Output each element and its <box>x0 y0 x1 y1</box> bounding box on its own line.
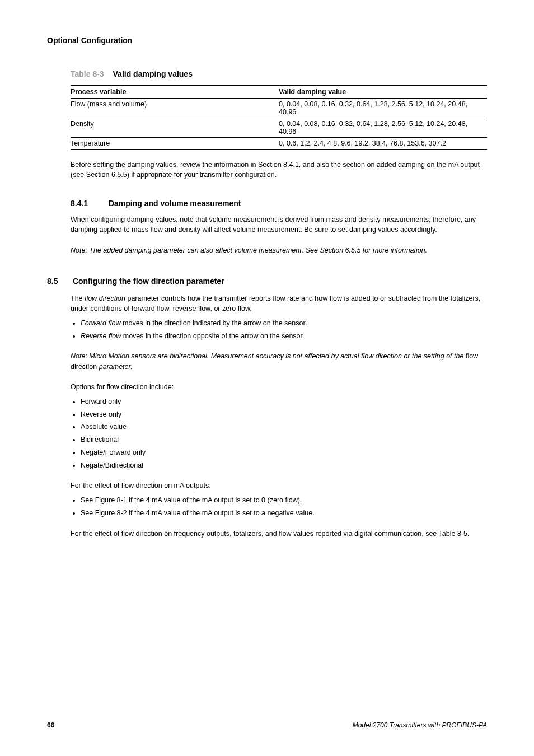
subsection-title: Damping and volume measurement <box>109 199 241 208</box>
list-item: See Figure 8-1 if the 4 mA value of the … <box>81 495 487 506</box>
t-i: flow direction <box>85 295 125 302</box>
list-item: See Figure 8-2 if the 4 mA value of the … <box>81 508 487 519</box>
list-item: Forward flow moves in the direction indi… <box>81 318 487 329</box>
subsection-heading: 8.4.1 Damping and volume measurement <box>71 199 487 208</box>
table-row: Flow (mass and volume) 0, 0.04, 0.08, 0.… <box>71 99 487 118</box>
col-valid-damping: Valid damping value <box>279 86 487 99</box>
table-row: Density 0, 0.04, 0.08, 0.16, 0.32, 0.64,… <box>71 118 487 138</box>
table-title: Valid damping values <box>113 69 193 78</box>
list-item: Reverse flow moves in the direction oppo… <box>81 331 487 342</box>
val-cell: 0, 0.04, 0.08, 0.16, 0.32, 0.64, 1.28, 2… <box>279 118 487 138</box>
note-paragraph: Note: The added damping parameter can al… <box>71 245 487 255</box>
list-item: Negate/Forward only <box>81 447 487 458</box>
page-footer: 66 Model 2700 Transmitters with PROFIBUS… <box>47 721 487 729</box>
damping-table: Process variable Valid damping value Flo… <box>71 85 487 150</box>
note-b: for more information. <box>360 246 427 254</box>
effects-list: See Figure 8-1 if the 4 mA value of the … <box>81 495 487 519</box>
paragraph: When configuring damping values, note th… <box>71 214 487 235</box>
list-item: Reverse only <box>81 409 487 420</box>
section-heading: 8.5 Configuring the flow direction param… <box>47 277 487 286</box>
li-rest: moves in the direction opposite of the a… <box>121 332 304 340</box>
val-cell: 0, 0.6, 1.2, 2.4, 4.8, 9.6, 19.2, 38.4, … <box>279 138 487 150</box>
t-b: parameter controls how the transmitter r… <box>71 295 480 312</box>
running-header: Optional Configuration <box>47 36 487 45</box>
an-b: parameter. <box>97 363 132 371</box>
li-term: Reverse flow <box>81 332 121 340</box>
col-process-variable: Process variable <box>71 86 279 99</box>
li-rest: moves in the direction indicated by the … <box>121 319 307 327</box>
list-item: Absolute value <box>81 422 487 432</box>
note-a: Note: The added damping parameter can al… <box>71 246 320 254</box>
section-title: Configuring the flow direction parameter <box>73 277 224 286</box>
options-list: Forward only Reverse only Absolute value… <box>81 396 487 471</box>
list-item: Forward only <box>81 396 487 407</box>
pv-cell: Flow (mass and volume) <box>71 99 279 118</box>
table-note: Before setting the damping values, revie… <box>71 160 487 180</box>
pv-cell: Temperature <box>71 138 279 150</box>
closing-paragraph: For the effect of flow direction on freq… <box>71 529 487 539</box>
subsection-number: 8.4.1 <box>71 199 106 208</box>
options-intro: Options for flow direction include: <box>71 382 487 392</box>
table-label: Table 8-3 <box>71 69 104 78</box>
list-item: Bidirectional <box>81 435 487 445</box>
list-item: Negate/Bidirectional <box>81 460 487 471</box>
paragraph: The flow direction parameter controls ho… <box>71 293 487 314</box>
table-row: Temperature 0, 0.6, 1.2, 2.4, 4.8, 9.6, … <box>71 138 487 150</box>
t-a: The <box>71 295 85 302</box>
doc-title: Model 2700 Transmitters with PROFIBUS-PA <box>353 721 487 729</box>
effects-intro: For the effect of flow direction on mA o… <box>71 480 487 491</box>
val-cell: 0, 0.04, 0.08, 0.16, 0.32, 0.64, 1.28, 2… <box>279 99 487 118</box>
page-number: 66 <box>47 721 54 729</box>
note-link: Section 6.5.5 <box>320 246 360 254</box>
arrow-note: Note: Micro Motion sensors are bidirecti… <box>71 351 487 371</box>
li-term: Forward flow <box>81 319 121 327</box>
flow-dir-list: Forward flow moves in the direction indi… <box>81 318 487 342</box>
pv-cell: Density <box>71 118 279 138</box>
section-number: 8.5 <box>47 277 71 286</box>
an-a: Note: Micro Motion sensors are bidirecti… <box>71 352 466 360</box>
table-caption: Table 8-3 Valid damping values <box>71 69 487 78</box>
